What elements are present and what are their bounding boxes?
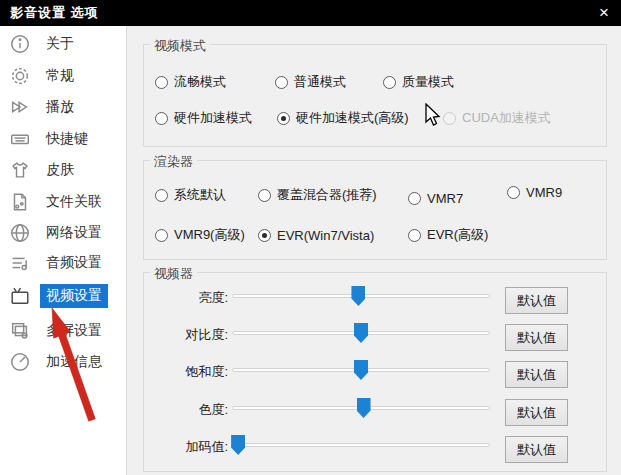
close-icon[interactable]: ×	[587, 0, 621, 26]
sidebar-item-general[interactable]: 常规	[0, 61, 126, 91]
info-circle-icon	[8, 32, 32, 56]
window-title: 影音设置 选项	[0, 4, 99, 22]
video-mode-group-title: 视频模式	[150, 37, 210, 55]
sidebar-item-label: 视频设置	[40, 284, 108, 308]
radio-icon	[155, 229, 168, 242]
settings-sidebar: 关于 常规 播放 快捷键 皮肤 文件关联 网络设置 音频设置	[0, 26, 127, 475]
radio-smooth-mode[interactable]: 流畅模式	[155, 74, 226, 90]
sidebar-item-label: 加速信息	[40, 350, 108, 374]
sidebar-item-label: 音频设置	[40, 251, 108, 275]
saturation-label: 饱和度:	[140, 363, 228, 381]
gamma-default-button[interactable]: 默认值	[505, 436, 568, 463]
radio-vmr9[interactable]: VMR9	[507, 184, 562, 200]
sidebar-item-label: 文件关联	[40, 190, 108, 214]
title-bar: 影音设置 选项 ×	[0, 0, 621, 26]
gamma-slider[interactable]	[232, 443, 490, 447]
sidebar-item-label: 播放	[40, 95, 80, 119]
play-arrows-icon	[8, 95, 32, 119]
brightness-label: 亮度:	[140, 289, 228, 307]
radio-evr-advanced[interactable]: EVR(高级)	[408, 227, 488, 243]
sidebar-item-about[interactable]: 关于	[0, 29, 126, 59]
contrast-default-button[interactable]: 默认值	[505, 324, 568, 351]
hue-label: 色度:	[140, 401, 228, 419]
sidebar-item-label: 快捷键	[40, 127, 94, 151]
radio-icon	[277, 112, 290, 125]
radio-icon	[155, 189, 168, 202]
gauge-icon	[8, 350, 32, 374]
renderer-groupbox	[143, 160, 607, 260]
audio-mixer-icon	[8, 251, 32, 275]
keyboard-icon	[8, 127, 32, 151]
radio-normal-mode[interactable]: 普通模式	[275, 74, 346, 90]
gamma-label: 加码值:	[140, 438, 228, 456]
radio-hw-accel-mode[interactable]: 硬件加速模式	[155, 110, 252, 126]
renderer-group-title: 渲染器	[150, 153, 197, 171]
t-shirt-icon	[8, 158, 32, 182]
sidebar-item-label: 关于	[40, 32, 80, 56]
sidebar-item-acceleration-info[interactable]: 加速信息	[0, 347, 126, 377]
sidebar-item-playback[interactable]: 播放	[0, 92, 126, 122]
video-mode-groupbox	[143, 44, 607, 147]
radio-vmr7[interactable]: VMR7	[408, 190, 463, 206]
sidebar-item-label: 网络设置	[40, 221, 108, 245]
sidebar-item-video[interactable]: 视频设置	[0, 281, 126, 311]
radio-cuda-accel-mode[interactable]: CUDA加速模式	[443, 110, 551, 126]
radio-icon	[258, 229, 271, 242]
sidebar-item-label: 常规	[40, 64, 80, 88]
sidebar-item-hotkeys[interactable]: 快捷键	[0, 124, 126, 154]
radio-icon	[258, 189, 271, 202]
radio-icon	[383, 76, 396, 89]
contrast-label: 对比度:	[140, 326, 228, 344]
radio-hw-accel-advanced-mode[interactable]: 硬件加速模式(高级)	[277, 110, 409, 126]
radio-icon	[408, 229, 421, 242]
video-adjust-group-title: 视频器	[150, 265, 197, 283]
radio-quality-mode[interactable]: 质量模式	[383, 74, 454, 90]
sidebar-item-network[interactable]: 网络设置	[0, 218, 126, 248]
radio-system-default[interactable]: 系统默认	[155, 187, 226, 203]
file-link-icon	[8, 190, 32, 214]
gear-icon	[8, 64, 32, 88]
sidebar-item-file-association[interactable]: 文件关联	[0, 187, 126, 217]
hue-default-button[interactable]: 默认值	[505, 399, 568, 426]
radio-icon	[408, 192, 421, 205]
options-dialog: 影音设置 选项 × 关于 常规 播放 快捷键 皮肤 文件关联	[0, 0, 621, 475]
saturation-slider[interactable]	[232, 368, 490, 372]
sidebar-item-label: 多屏设置	[40, 319, 108, 343]
brightness-slider[interactable]	[232, 294, 490, 298]
radio-icon	[275, 76, 288, 89]
layers-gear-icon	[8, 319, 32, 343]
contrast-slider[interactable]	[232, 331, 490, 335]
radio-overlay-mixer[interactable]: 覆盖混合器(推荐)	[258, 187, 377, 203]
radio-icon	[507, 186, 520, 199]
radio-icon	[443, 112, 456, 125]
sidebar-item-audio[interactable]: 音频设置	[0, 248, 126, 278]
radio-vmr9-advanced[interactable]: VMR9(高级)	[155, 227, 245, 243]
globe-icon	[8, 221, 32, 245]
sidebar-item-skins[interactable]: 皮肤	[0, 155, 126, 185]
saturation-default-button[interactable]: 默认值	[505, 361, 568, 388]
tv-icon	[8, 284, 32, 308]
sidebar-item-label: 皮肤	[40, 158, 80, 182]
brightness-default-button[interactable]: 默认值	[505, 287, 568, 314]
radio-icon	[155, 112, 168, 125]
hue-slider[interactable]	[232, 406, 490, 410]
radio-evr-win7-vista[interactable]: EVR(Win7/Vista)	[258, 227, 374, 243]
sidebar-item-multiscreen[interactable]: 多屏设置	[0, 316, 126, 346]
radio-icon	[155, 76, 168, 89]
